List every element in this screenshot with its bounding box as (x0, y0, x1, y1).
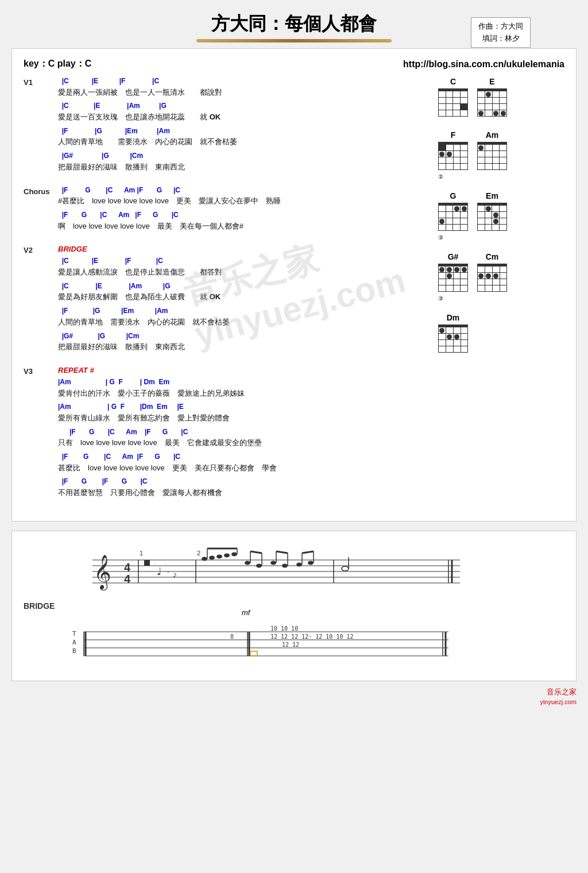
svg-text:T: T (72, 630, 76, 638)
page-background: 方大同：每個人都會 作曲：方大同 填詞：林夕 音乐之家yinyuezj.com … (0, 0, 588, 873)
v2-section: V2 BRIDGE |C |E |F |C 愛是讓人感動流淚 也是停止製造傷悲 … (24, 245, 432, 357)
v3-chord-1: |Am | G F | Dm Em (58, 378, 432, 387)
tab-notation: T A B 8 10 10 10 12 12 12 12· (69, 621, 564, 669)
lyricist-label: 填詞：林夕 (478, 33, 523, 44)
v3-lyric-3: 只有 love love love love love 最美 它會建成最安全的堡… (58, 437, 432, 449)
svg-point-18 (216, 554, 222, 558)
repeat-label: REPEAT # (58, 366, 432, 374)
logo-url: yinyuezj.com (540, 698, 577, 705)
svg-rect-61 (250, 651, 257, 656)
chorus-chord-2: |F G |C Am |F G |C (58, 211, 432, 220)
logo-text: 音乐之家 (547, 687, 577, 696)
svg-point-31 (282, 563, 288, 567)
svg-point-24 (245, 561, 250, 565)
chorus-lyric-1: #甚麼比 love love love love love 更美 愛讓人安心在夢… (58, 195, 432, 207)
svg-point-40 (342, 566, 349, 571)
v2-label: V2 (24, 246, 55, 254)
title-section: 方大同：每個人都會 作曲：方大同 填詞：林夕 (11, 11, 577, 43)
svg-text:♪: ♪ (173, 570, 177, 579)
v3-lyric-5: 不用甚麼智慧 只要用心體會 愛讓每人都有機會 (58, 487, 432, 499)
bridge-italic-label: BRIDGE (58, 245, 432, 253)
v1-lyric-3: 人間的青草地 需要澆水 內心的花園 就不會枯萎 (58, 136, 432, 148)
v3-label: V3 (24, 367, 55, 376)
svg-point-19 (224, 553, 230, 557)
bridge-notation-section: BRIDGE 𝄞 4 4 1 (11, 531, 577, 681)
v2-lyric-3: 人間的青草地 需要澆水 內心的花園 就不會枯萎 (58, 316, 432, 329)
v1-body: |C |E |F |C 愛是兩人一張絹被 也是一人一瓶清水 都說對 |C |E … (58, 77, 432, 177)
v3-lyric-2: 愛所有青山綠水 愛所有難忘約會 愛上對愛的體會 (58, 412, 432, 424)
chorus-label: Chorus (24, 187, 55, 196)
chord-Cm-grid (477, 264, 507, 292)
chord-Dm: Dm (438, 313, 468, 355)
v1-chord-1: |C |E |F |C (58, 77, 432, 86)
chord-Am-grid (477, 142, 507, 170)
svg-point-34 (296, 562, 302, 566)
lyrics-area: V1 |C |E |F |C 愛是兩人一張絹被 也是一人一瓶清水 都說對 |C … (24, 77, 432, 512)
svg-text:12  12: 12 12 (282, 642, 299, 648)
v2-lyric-1: 愛是讓人感動流淚 也是停止製造傷悲 都答對 (58, 266, 432, 279)
v1-label: V1 (24, 78, 55, 87)
v1-chord-3: |F |G |Em |Am (58, 127, 432, 136)
chord-Dm-grid (438, 325, 468, 353)
chord-row-4: G# (438, 252, 564, 302)
chord-F: F (438, 130, 468, 180)
music-staff-svg: 𝄞 4 4 1 ♩ . ♪ 2 (69, 543, 471, 612)
chord-G: G (438, 191, 468, 241)
chord-row-5: Dm (438, 313, 564, 355)
chord-Em: Em (477, 191, 507, 241)
notation-content: 𝄞 4 4 1 ♩ . ♪ 2 (69, 543, 564, 669)
svg-text:♩: ♩ (157, 566, 161, 577)
chords-area: C E (438, 77, 564, 512)
v2-chord-1: |C |E |F |C (58, 257, 432, 266)
v1-section: V1 |C |E |F |C 愛是兩人一張絹被 也是一人一瓶清水 都說對 |C … (24, 77, 432, 177)
v3-chord-4: |F G |C Am |F G |C (58, 453, 432, 462)
svg-text:8: 8 (230, 633, 234, 640)
v3-section: V3 REPEAT # |Am | G F | Dm Em 愛肯付出的汗水 愛小… (24, 366, 432, 503)
key-line: key：C play：C http://blog.sina.com.cn/uku… (24, 58, 564, 70)
chord-row-2: F (438, 130, 564, 180)
chorus-section: Chorus |F G |C Am |F G |C #甚麼比 love love… (24, 186, 432, 236)
svg-rect-10 (144, 560, 150, 566)
svg-line-38 (302, 551, 314, 553)
v3-chord-3: |F G |C Am |F G |C (58, 428, 432, 437)
main-content-box: 音乐之家yinyuezj.com key：C play：C http://blo… (11, 48, 577, 522)
v1-lyric-4: 把最甜最好的滋味 散播到 東南西北 (58, 161, 432, 173)
composer-info: 作曲：方大同 填詞：林夕 (471, 17, 531, 48)
v3-lyric-4: 甚麼比 love love love love love 更美 美在只要有心都會… (58, 462, 432, 474)
svg-line-28 (250, 551, 262, 553)
chord-Am: Am (477, 130, 507, 180)
v3-body: REPEAT # |Am | G F | Dm Em 愛肯付出的汗水 愛小王子的… (58, 366, 432, 503)
svg-text:2: 2 (197, 550, 200, 557)
v1-chord-2: |C |E |Am |G (58, 102, 432, 111)
svg-text:4: 4 (124, 573, 131, 585)
chord-Cm: Cm (477, 252, 507, 302)
svg-text:𝄞: 𝄞 (94, 555, 111, 591)
chord-E-grid (477, 88, 507, 117)
v3-chord-5: |F G |F G |C (58, 477, 432, 486)
chord-Em-grid (477, 203, 507, 231)
chord-C-grid (438, 88, 468, 117)
G-fret-note: ③ (438, 234, 468, 241)
v3-lyric-1: 愛肯付出的汗水 愛小王子的薔薇 愛旅途上的兄弟姊妹 (58, 388, 432, 400)
composer-label: 作曲：方大同 (478, 21, 523, 32)
svg-point-26 (256, 563, 262, 567)
F-fret-label: ② (438, 173, 468, 180)
chord-row-1: C E (438, 77, 564, 119)
chord-C: C (438, 77, 468, 119)
v2-body: BRIDGE |C |E |F |C 愛是讓人感動流淚 也是停止製造傷悲 都答對… (58, 245, 432, 357)
svg-text:.: . (167, 566, 169, 574)
svg-text:10  10  10: 10 10 10 (270, 625, 298, 632)
url-info: http://blog.sina.com.cn/ukulelemania (403, 59, 564, 69)
content-area: V1 |C |E |F |C 愛是兩人一張絹被 也是一人一瓶清水 都說對 |C … (24, 77, 564, 512)
chord-Gsharp: G# (438, 252, 468, 302)
svg-text:12  12 12   12·  12  10   10  : 12 12 12 12· 12 10 10 12 (270, 633, 354, 640)
svg-text:A: A (72, 639, 76, 646)
svg-point-29 (270, 561, 276, 565)
chorus-chord-1: |F G |C Am |F G |C (58, 186, 432, 195)
v2-chord-2: |C |E |Am |G (58, 282, 432, 291)
v2-chord-4: |G# |G |Cm (58, 332, 432, 341)
svg-point-16 (202, 557, 207, 561)
key-info: key：C play：C (24, 58, 91, 70)
chorus-body: |F G |C Am |F G |C #甚麼比 love love love l… (58, 186, 432, 236)
Gsharp-fret-note: ③ (438, 295, 468, 302)
